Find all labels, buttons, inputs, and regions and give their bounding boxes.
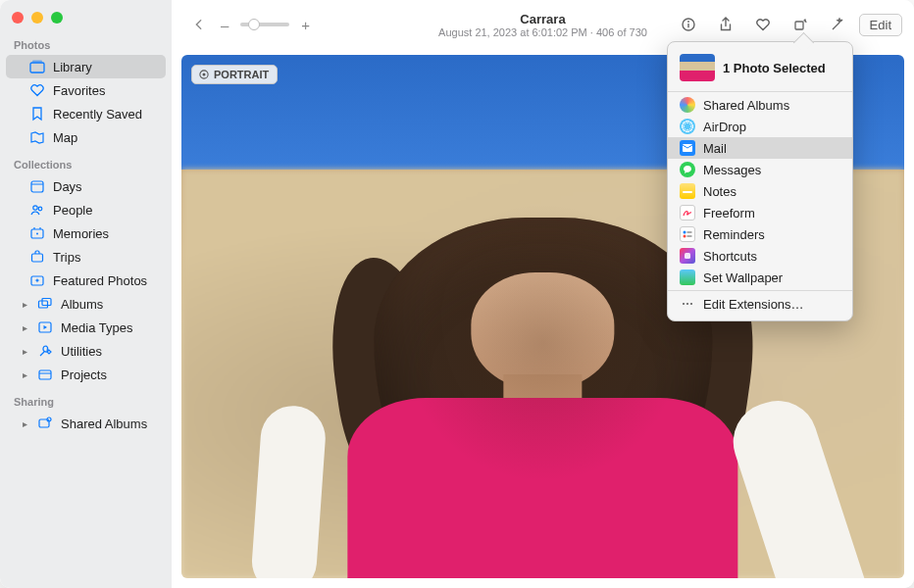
share-item-set-wallpaper[interactable]: Set Wallpaper — [668, 267, 852, 288]
auto-enhance-button[interactable] — [822, 12, 853, 37]
utilities-icon — [37, 343, 53, 359]
sidebar-item-trips[interactable]: Trips — [6, 245, 166, 269]
toolbar-title-block: Carrara August 21, 2023 at 6:01:02 PM · … — [438, 12, 647, 38]
shared-albums-icon — [37, 416, 53, 431]
window-controls — [0, 0, 172, 29]
sparkle-icon — [29, 272, 45, 288]
share-button[interactable] — [710, 12, 741, 37]
svg-rect-27 — [685, 253, 690, 259]
portrait-badge: PORTRAIT — [191, 65, 278, 84]
zoom-window-button[interactable] — [51, 12, 63, 24]
shortcuts-icon — [680, 248, 695, 264]
info-button[interactable] — [673, 12, 704, 37]
share-thumbnail — [680, 54, 715, 81]
svg-point-5 — [38, 207, 42, 211]
sidebar-item-media-types[interactable]: ▸ Media Types — [6, 316, 166, 339]
sidebar-item-featured-photos[interactable]: Featured Photos — [6, 269, 166, 292]
sidebar-item-memories[interactable]: Memories — [6, 221, 166, 245]
photo-title: Carrara — [438, 12, 647, 26]
close-window-button[interactable] — [12, 12, 24, 24]
albums-icon — [37, 296, 53, 312]
zoom-slider[interactable] — [240, 23, 289, 26]
share-item-edit-extensions[interactable]: Edit Extensions… — [668, 293, 852, 315]
sidebar-item-library[interactable]: Library — [6, 55, 166, 78]
share-header-text: 1 Photo Selected — [723, 61, 826, 75]
share-item-mail[interactable]: Mail — [668, 137, 852, 159]
share-item-shared-albums[interactable]: Shared Albums — [668, 94, 852, 116]
favorite-button[interactable] — [747, 12, 779, 37]
svg-point-23 — [684, 231, 686, 234]
sidebar-item-label: Trips — [53, 250, 80, 265]
share-item-label: Messages — [703, 163, 761, 177]
share-item-freeform[interactable]: Freeform — [668, 202, 852, 223]
svg-rect-13 — [39, 370, 51, 379]
sidebar-section-photos: Photos — [0, 29, 172, 55]
sidebar-item-label: People — [53, 203, 92, 218]
zoom-in-button[interactable]: + — [301, 17, 310, 33]
notes-icon — [680, 183, 695, 199]
sidebar-item-label: Memories — [53, 226, 109, 241]
svg-rect-11 — [42, 299, 51, 306]
back-button[interactable] — [183, 12, 215, 37]
airdrop-icon — [680, 119, 695, 134]
sidebar-item-albums[interactable]: ▸ Albums — [6, 292, 166, 316]
memories-icon — [29, 225, 45, 241]
sidebar-item-label: Recently Saved — [53, 107, 142, 122]
sidebar-item-label: Utilities — [61, 344, 102, 359]
sidebar-section-collections: Collections — [0, 149, 172, 174]
svg-point-28 — [683, 303, 685, 305]
share-item-label: Reminders — [703, 227, 765, 242]
extensions-icon — [680, 296, 695, 312]
share-item-label: Mail — [703, 141, 727, 156]
sidebar-item-label: Map — [53, 130, 77, 145]
sidebar-item-label: Shared Albums — [61, 416, 147, 431]
share-item-notes[interactable]: Notes — [668, 180, 852, 202]
bookmark-icon — [29, 106, 45, 122]
media-types-icon — [37, 319, 53, 335]
sidebar-item-label: Favorites — [53, 83, 105, 98]
svg-rect-25 — [687, 231, 692, 232]
sidebar-item-recently-saved[interactable]: Recently Saved — [6, 102, 166, 125]
share-popover-header: 1 Photo Selected — [668, 48, 852, 89]
share-item-reminders[interactable]: Reminders — [668, 223, 852, 245]
sidebar-item-projects[interactable]: ▸ Projects — [6, 363, 166, 386]
chevron-right-icon: ▸ — [20, 369, 29, 380]
suitcase-icon — [29, 249, 45, 265]
sidebar-item-people[interactable]: People — [6, 198, 166, 221]
share-item-label: Notes — [703, 184, 736, 199]
map-icon — [29, 129, 45, 145]
svg-point-30 — [690, 303, 692, 305]
sidebar-item-utilities[interactable]: ▸ Utilities — [6, 339, 166, 363]
sidebar-item-label: Albums — [61, 297, 103, 312]
share-item-label: Shortcuts — [703, 249, 757, 264]
svg-point-29 — [686, 303, 688, 305]
svg-point-24 — [684, 235, 686, 238]
chevron-right-icon: ▸ — [20, 418, 29, 429]
sidebar-item-days[interactable]: Days — [6, 174, 166, 198]
svg-rect-1 — [32, 61, 42, 63]
edit-button[interactable]: Edit — [859, 14, 902, 36]
sidebar-item-map[interactable]: Map — [6, 125, 166, 149]
sidebar-item-favorites[interactable]: Favorites — [6, 78, 166, 102]
svg-point-4 — [33, 206, 37, 210]
sidebar-item-label: Featured Photos — [53, 273, 147, 288]
chevron-right-icon: ▸ — [20, 299, 29, 310]
messages-icon — [680, 162, 695, 177]
zoom-out-button[interactable]: – — [221, 17, 228, 33]
share-item-shortcuts[interactable]: Shortcuts — [668, 245, 852, 267]
share-popover: 1 Photo Selected Shared Albums AirDrop M… — [667, 41, 853, 321]
sidebar-item-shared-albums[interactable]: ▸ Shared Albums — [6, 412, 166, 435]
share-item-label: Shared Albums — [703, 98, 789, 113]
svg-point-17 — [687, 21, 689, 23]
minimize-window-button[interactable] — [31, 12, 43, 24]
share-item-label: AirDrop — [703, 120, 746, 134]
share-item-airdrop[interactable]: AirDrop — [668, 116, 852, 137]
rotate-button[interactable] — [785, 12, 816, 37]
projects-icon — [37, 367, 53, 382]
heart-icon — [29, 82, 45, 98]
svg-rect-0 — [30, 63, 44, 73]
sidebar-item-label: Projects — [61, 368, 107, 382]
share-item-messages[interactable]: Messages — [668, 159, 852, 180]
chevron-right-icon: ▸ — [20, 346, 29, 357]
wallpaper-icon — [680, 270, 695, 285]
